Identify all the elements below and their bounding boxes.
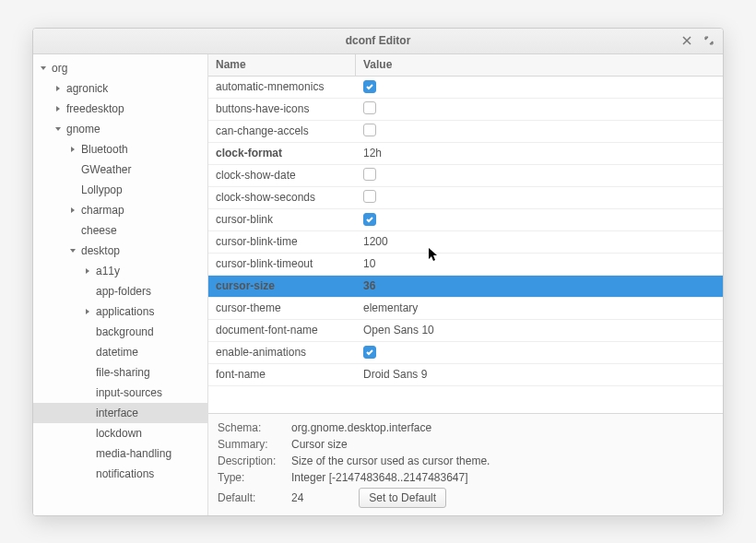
set-to-default-button[interactable]: Set to Default [359, 488, 446, 508]
tree-item-label: media-handling [96, 447, 171, 460]
setting-name: clock-format [208, 147, 356, 159]
tree-item-label: app-folders [96, 285, 151, 298]
tree-item-label: Bluetooth [81, 143, 128, 156]
setting-value[interactable] [356, 346, 723, 360]
checkbox-checked-icon[interactable] [363, 80, 376, 93]
tree-item-label: gnome [66, 123, 100, 136]
column-header-name[interactable]: Name [208, 54, 356, 76]
close-icon[interactable] [680, 34, 693, 47]
tree-item-background[interactable]: background [33, 322, 207, 342]
setting-value[interactable]: 10 [356, 257, 723, 270]
tree-item-app-folders[interactable]: app-folders [33, 281, 207, 301]
chevron-right-icon[interactable] [83, 266, 92, 276]
tree-item-notifications[interactable]: notifications [33, 464, 207, 484]
setting-row-enable-animations[interactable]: enable-animations [208, 342, 723, 364]
tree-item-label: freedesktop [66, 102, 124, 115]
setting-value[interactable]: elementary [356, 301, 723, 314]
setting-row-clock-show-seconds[interactable]: clock-show-seconds [208, 187, 723, 209]
setting-value[interactable]: 36 [356, 279, 723, 292]
sidebar[interactable]: orgagronickfreedesktopgnomeBluetoothGWea… [33, 54, 208, 515]
setting-name: cursor-theme [208, 301, 356, 314]
setting-value[interactable]: Open Sans 10 [356, 324, 723, 336]
rows: automatic-mnemonicsbuttons-have-iconscan… [208, 77, 723, 413]
chevron-down-icon[interactable] [39, 64, 48, 73]
setting-row-cursor-theme[interactable]: cursor-themeelementary [208, 298, 723, 320]
column-header-value[interactable]: Value [356, 54, 723, 76]
tree-item-applications[interactable]: applications [33, 301, 207, 322]
tree-item-file-sharing[interactable]: file-sharing [33, 362, 207, 383]
setting-value[interactable] [356, 168, 723, 183]
setting-name: font-name [208, 368, 356, 381]
tree-item-label: datetime [96, 346, 138, 359]
checkbox-unchecked-icon[interactable] [363, 124, 376, 136]
tree-item-label: cheese [81, 224, 117, 237]
tree-item-bluetooth[interactable]: Bluetooth [33, 139, 207, 159]
maximize-icon[interactable] [703, 34, 715, 47]
default-label: Default: [218, 491, 291, 504]
tree-item-interface[interactable]: interface [33, 403, 207, 423]
checkbox-unchecked-icon[interactable] [363, 101, 376, 114]
chevron-down-icon[interactable] [53, 124, 63, 134]
spacer-icon [68, 226, 77, 235]
chevron-right-icon[interactable] [83, 307, 92, 316]
tree-item-media-handling[interactable]: media-handling [33, 443, 207, 464]
setting-row-clock-format[interactable]: clock-format12h [208, 143, 723, 165]
tree-item-label: desktop [81, 244, 120, 257]
chevron-right-icon[interactable] [53, 104, 63, 113]
setting-row-cursor-size[interactable]: cursor-size36 [208, 276, 723, 298]
setting-row-document-font-name[interactable]: document-font-nameOpen Sans 10 [208, 320, 723, 342]
tree-item-lockdown[interactable]: lockdown [33, 423, 207, 443]
window: dconf Editor orgagronickfreedesktopgnome… [32, 28, 724, 516]
spacer-icon [68, 185, 77, 195]
setting-row-can-change-accels[interactable]: can-change-accels [208, 121, 723, 143]
checkbox-unchecked-icon[interactable] [363, 168, 376, 181]
chevron-right-icon[interactable] [68, 206, 77, 215]
spacer-icon [83, 408, 92, 418]
tree-item-label: Lollypop [81, 183, 123, 196]
tree-item-charmap[interactable]: charmap [33, 200, 207, 220]
tree-item-a11y[interactable]: a11y [33, 261, 207, 281]
tree-item-gnome[interactable]: gnome [33, 119, 207, 139]
default-number: 24 [291, 491, 303, 504]
setting-value[interactable]: 1200 [356, 235, 723, 248]
tree-item-label: notifications [96, 467, 154, 480]
checkbox-checked-icon[interactable] [363, 346, 376, 359]
summary-value: Cursor size [291, 438, 714, 451]
spacer-icon [83, 368, 92, 377]
setting-row-cursor-blink[interactable]: cursor-blink [208, 209, 723, 231]
tree-item-datetime[interactable]: datetime [33, 342, 207, 362]
setting-row-clock-show-date[interactable]: clock-show-date [208, 165, 723, 187]
setting-row-cursor-blink-time[interactable]: cursor-blink-time1200 [208, 231, 723, 254]
setting-name: cursor-size [208, 279, 356, 292]
setting-row-buttons-have-icons[interactable]: buttons-have-icons [208, 99, 723, 121]
tree-item-lollypop[interactable]: Lollypop [33, 180, 207, 200]
setting-row-font-name[interactable]: font-nameDroid Sans 9 [208, 364, 723, 386]
setting-value[interactable] [356, 101, 723, 117]
setting-row-cursor-blink-timeout[interactable]: cursor-blink-timeout10 [208, 254, 723, 276]
detail-panel: Schema:org.gnome.desktop.interface Summa… [208, 413, 723, 515]
summary-label: Summary: [218, 438, 291, 451]
setting-value[interactable]: 12h [356, 147, 723, 159]
chevron-right-icon[interactable] [68, 145, 77, 154]
setting-value[interactable] [356, 124, 723, 139]
tree-item-desktop[interactable]: desktop [33, 241, 207, 261]
checkbox-checked-icon[interactable] [363, 213, 376, 226]
setting-value[interactable] [356, 190, 723, 206]
type-value: Integer [-2147483648..2147483647] [291, 471, 714, 484]
tree-item-agronick[interactable]: agronick [33, 78, 207, 99]
tree-item-org[interactable]: org [33, 58, 207, 78]
setting-name: enable-animations [208, 346, 356, 359]
checkbox-unchecked-icon[interactable] [363, 190, 376, 203]
setting-value[interactable] [356, 213, 723, 227]
setting-name: document-font-name [208, 324, 356, 336]
tree-item-freedesktop[interactable]: freedesktop [33, 99, 207, 119]
setting-value[interactable] [356, 80, 723, 94]
tree-item-cheese[interactable]: cheese [33, 220, 207, 241]
tree-item-gweather[interactable]: GWeather [33, 159, 207, 180]
chevron-right-icon[interactable] [53, 84, 63, 93]
tree-item-input-sources[interactable]: input-sources [33, 383, 207, 403]
setting-row-automatic-mnemonics[interactable]: automatic-mnemonics [208, 77, 723, 99]
setting-value[interactable]: Droid Sans 9 [356, 368, 723, 381]
spacer-icon [83, 388, 92, 397]
chevron-down-icon[interactable] [68, 246, 77, 255]
